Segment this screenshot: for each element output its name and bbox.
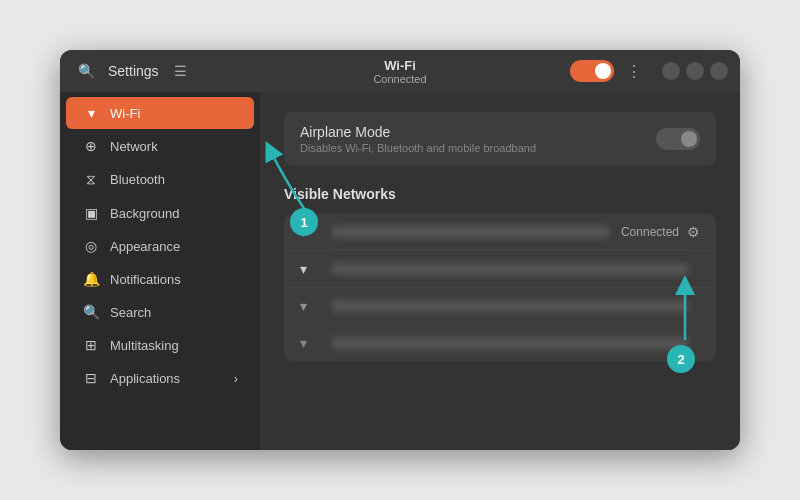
- network-name-4: [332, 337, 688, 349]
- maximize-button[interactable]: □: [686, 62, 704, 80]
- network-item-2[interactable]: ▾: [284, 251, 716, 288]
- sidebar-item-notifications[interactable]: 🔔 Notifications: [66, 263, 254, 295]
- sidebar-item-bluetooth-label: Bluetooth: [110, 172, 165, 187]
- sidebar-item-background[interactable]: ▣ Background: [66, 197, 254, 229]
- bluetooth-icon: ⧖: [82, 171, 100, 188]
- network-icon: ⊕: [82, 138, 100, 154]
- airplane-mode-toggle[interactable]: [656, 128, 700, 150]
- window-controls: ─ □ ✕: [662, 62, 728, 80]
- hamburger-icon[interactable]: ☰: [167, 57, 195, 85]
- sidebar-item-search[interactable]: 🔍 Search: [66, 296, 254, 328]
- settings-window: 🔍 Settings ☰ Wi-Fi Connected ⋮ ─ □ ✕: [60, 50, 740, 450]
- wifi-signal-icon-2: ▾: [300, 261, 320, 277]
- sidebar-item-network[interactable]: ⊕ Network: [66, 130, 254, 162]
- titlebar-right: ⋮ ─ □ ✕: [570, 58, 728, 85]
- sidebar-item-notifications-label: Notifications: [110, 272, 181, 287]
- sidebar-item-background-label: Background: [110, 206, 179, 221]
- airplane-mode-title: Airplane Mode: [300, 124, 536, 140]
- toggle-knob: [595, 63, 611, 79]
- wifi-icon: ▾: [82, 105, 100, 121]
- search-icon[interactable]: 🔍: [72, 57, 100, 85]
- titlebar-wifi-status: Connected: [373, 73, 426, 85]
- visible-networks-section: Visible Networks ▾ Connected ⚙ ▾: [284, 186, 716, 361]
- network-item-3[interactable]: ▾: [284, 288, 716, 325]
- sidebar-item-appearance[interactable]: ◎ Appearance: [66, 230, 254, 262]
- titlebar-wifi-label: Wi-Fi: [384, 58, 416, 73]
- network-name-3: [332, 300, 688, 312]
- network-list: ▾ Connected ⚙ ▾ ▾: [284, 214, 716, 361]
- background-icon: ▣: [82, 205, 100, 221]
- main-content: Airplane Mode Disables Wi-Fi, Bluetooth …: [260, 92, 740, 450]
- chevron-right-icon: ›: [234, 371, 238, 386]
- multitasking-icon: ⊞: [82, 337, 100, 353]
- window-title: Settings: [108, 63, 159, 79]
- appearance-icon: ◎: [82, 238, 100, 254]
- airplane-toggle-knob: [681, 131, 697, 147]
- arrow-1: [255, 140, 325, 220]
- sidebar-item-search-label: Search: [110, 305, 151, 320]
- wifi-signal-icon-4: ▾: [300, 335, 320, 351]
- network-name-1: [332, 226, 609, 238]
- network-item-4[interactable]: ▾: [284, 325, 716, 361]
- sidebar-item-multitasking-label: Multitasking: [110, 338, 179, 353]
- arrow-2: [665, 275, 715, 355]
- sidebar-item-applications[interactable]: ⊟ Applications ›: [66, 362, 254, 394]
- visible-networks-title: Visible Networks: [284, 186, 716, 202]
- notifications-icon: 🔔: [82, 271, 100, 287]
- wifi-toggle[interactable]: [570, 60, 614, 82]
- airplane-mode-section: Airplane Mode Disables Wi-Fi, Bluetooth …: [284, 112, 716, 166]
- sidebar-item-appearance-label: Appearance: [110, 239, 180, 254]
- applications-left: ⊟ Applications: [82, 370, 180, 386]
- sidebar-item-bluetooth[interactable]: ⧖ Bluetooth: [66, 163, 254, 196]
- content-area: ▾ Wi-Fi ⊕ Network ⧖ Bluetooth ▣ Backgrou…: [60, 92, 740, 450]
- dots-menu-icon[interactable]: ⋮: [622, 58, 646, 85]
- sidebar-item-multitasking[interactable]: ⊞ Multitasking: [66, 329, 254, 361]
- minimize-button[interactable]: ─: [662, 62, 680, 80]
- wifi-signal-icon-3: ▾: [300, 298, 320, 314]
- network-name-2: [332, 263, 688, 275]
- sidebar-item-wifi-label: Wi-Fi: [110, 106, 140, 121]
- airplane-mode-info: Airplane Mode Disables Wi-Fi, Bluetooth …: [300, 124, 536, 154]
- network-item-1[interactable]: ▾ Connected ⚙: [284, 214, 716, 251]
- sidebar-item-applications-label: Applications: [110, 371, 180, 386]
- sidebar-item-network-label: Network: [110, 139, 158, 154]
- close-button[interactable]: ✕: [710, 62, 728, 80]
- sidebar: ▾ Wi-Fi ⊕ Network ⧖ Bluetooth ▣ Backgrou…: [60, 92, 260, 450]
- annotation-1: 1: [290, 208, 318, 236]
- titlebar: 🔍 Settings ☰ Wi-Fi Connected ⋮ ─ □ ✕: [60, 50, 740, 92]
- sidebar-item-wifi[interactable]: ▾ Wi-Fi: [66, 97, 254, 129]
- airplane-mode-desc: Disables Wi-Fi, Bluetooth and mobile bro…: [300, 142, 536, 154]
- titlebar-center: Wi-Fi Connected: [373, 58, 426, 85]
- network-status-1: Connected: [621, 225, 679, 239]
- network-settings-icon-1[interactable]: ⚙: [687, 224, 700, 240]
- applications-icon: ⊟: [82, 370, 100, 386]
- annotation-2: 2: [667, 345, 695, 373]
- search-sidebar-icon: 🔍: [82, 304, 100, 320]
